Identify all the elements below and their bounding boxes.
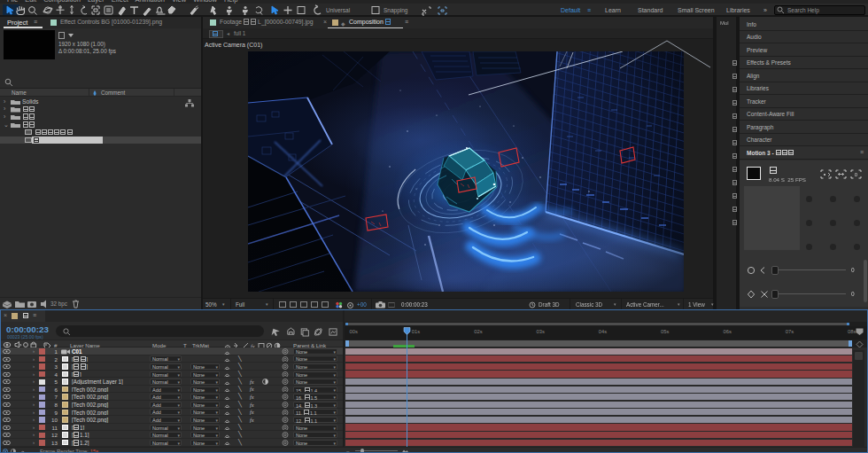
svg-text:0: 0 (855, 172, 858, 177)
